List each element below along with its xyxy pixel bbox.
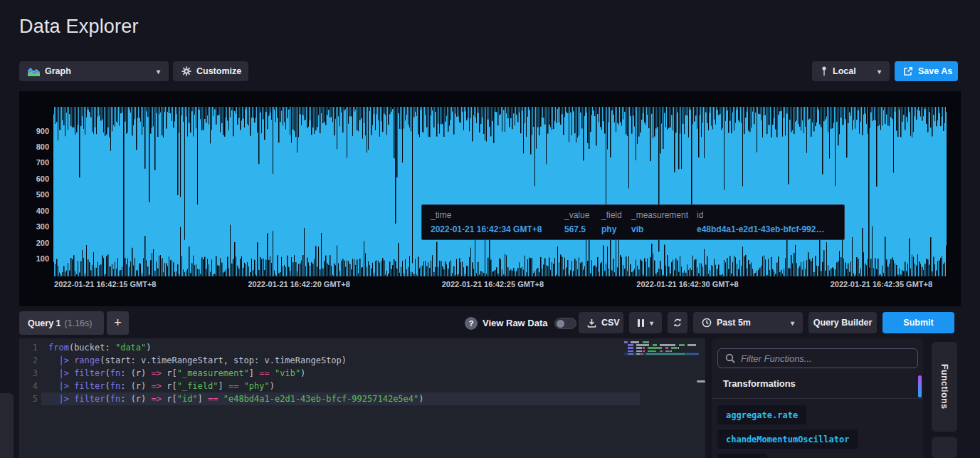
view-raw-data-toggle[interactable] bbox=[554, 318, 576, 329]
view-type-dropdown[interactable]: Graph ▾ bbox=[19, 61, 169, 81]
csv-label: CSV bbox=[601, 318, 620, 328]
tab-collapsed-secondary[interactable] bbox=[932, 437, 957, 458]
clock-icon bbox=[702, 318, 712, 328]
hover-tooltip: _time_value_field_measurementid2022-01-2… bbox=[421, 204, 845, 240]
tooltip-column-label: _measurement bbox=[631, 210, 688, 220]
tab-functions[interactable]: Functions bbox=[932, 342, 957, 432]
flux-editor[interactable]: 12345 from(bucket: "data") |> range(star… bbox=[19, 338, 705, 458]
tooltip-column-value: 2022-01-21 16:42:34 GMT+8 bbox=[431, 224, 556, 234]
x-tick-label: 2022-01-21 16:42:20 GMT+8 bbox=[248, 280, 349, 288]
chart-panel: 900800700600500400300200100 2022-01-21 1… bbox=[19, 91, 961, 306]
help-icon[interactable]: ? bbox=[465, 317, 478, 330]
minimap-code-row bbox=[624, 350, 672, 353]
graph-type-icon bbox=[28, 67, 40, 76]
y-tick-label: 100 bbox=[21, 254, 49, 263]
x-tick-label: 2022-01-21 16:42:30 GMT+8 bbox=[636, 280, 738, 288]
filter-functions-searchbox[interactable] bbox=[717, 348, 918, 368]
download-icon bbox=[587, 318, 596, 328]
chevron-down-icon: ▾ bbox=[650, 319, 653, 327]
submit-label: Submit bbox=[903, 318, 933, 328]
query-tab[interactable]: Query 1 (1.16s) bbox=[19, 311, 104, 335]
y-tick-label: 600 bbox=[21, 175, 49, 183]
tooltip-column-value: phy bbox=[601, 224, 623, 234]
data-explorer-screen: Data Explorer Graph ▾ bbox=[0, 0, 980, 458]
time-range-label: Past 5m bbox=[717, 318, 751, 328]
function-pill-partial[interactable] bbox=[717, 454, 767, 458]
code-line[interactable]: from(bucket: "data") bbox=[48, 341, 152, 354]
page-title: Data Explorer bbox=[19, 16, 139, 38]
toggle-knob bbox=[557, 320, 564, 328]
chevron-down-icon: ▾ bbox=[791, 319, 794, 327]
line-number: 1 bbox=[19, 341, 38, 354]
chevron-down-icon: ▾ bbox=[157, 68, 160, 76]
minimap-code-row bbox=[624, 341, 649, 343]
refresh-button[interactable] bbox=[668, 312, 687, 333]
search-input[interactable] bbox=[741, 353, 910, 364]
y-tick-label: 800 bbox=[21, 142, 49, 151]
tab-functions-label: Functions bbox=[939, 364, 949, 409]
tooltip-column-label: id bbox=[697, 210, 836, 220]
tooltip-column-value: vib bbox=[631, 224, 688, 234]
line-number: 4 bbox=[19, 380, 38, 392]
y-tick-label: 900 bbox=[21, 127, 49, 135]
panel-resize-handle[interactable] bbox=[697, 380, 705, 382]
function-pill-chandeMomentumOscillator[interactable]: chandeMomentumOscillator bbox=[717, 430, 858, 449]
line-number: 5 bbox=[19, 392, 38, 405]
pause-refresh-button[interactable]: ▾ bbox=[629, 312, 662, 333]
x-tick-label: 2022-01-21 16:42:35 GMT+8 bbox=[831, 280, 932, 288]
gear-icon bbox=[181, 66, 191, 76]
customize-label: Customize bbox=[196, 66, 241, 76]
query-builder-label: Query Builder bbox=[813, 318, 873, 328]
customize-button[interactable]: Customize bbox=[173, 61, 248, 81]
y-tick-label: 500 bbox=[21, 190, 49, 199]
local-label: Local bbox=[833, 66, 856, 76]
time-series-plot[interactable] bbox=[53, 107, 947, 276]
tooltip-column-label: _value bbox=[564, 210, 593, 220]
pin-icon bbox=[821, 66, 828, 76]
time-range-dropdown[interactable]: Past 5m ▾ bbox=[693, 312, 803, 333]
minimap-code-row bbox=[624, 347, 679, 349]
view-raw-data-label: View Raw Data bbox=[483, 311, 548, 335]
tooltip-column-label: _time bbox=[431, 210, 556, 220]
search-icon bbox=[725, 353, 735, 363]
y-tick-label: 700 bbox=[21, 158, 49, 167]
save-as-button[interactable]: Save As bbox=[895, 61, 958, 81]
left-edge-panel bbox=[0, 393, 14, 458]
save-as-label: Save As bbox=[918, 66, 952, 76]
minimap-code-row bbox=[624, 353, 699, 355]
export-icon bbox=[903, 66, 913, 76]
minimap-code-row bbox=[624, 344, 696, 346]
line-number: 2 bbox=[19, 354, 38, 367]
code-line[interactable]: |> filter(fn: (r) => r["_measurement"] =… bbox=[48, 367, 305, 380]
code-line[interactable]: |> filter(fn: (r) => r["_field"] == "phy… bbox=[48, 380, 275, 392]
pause-icon bbox=[638, 319, 644, 327]
local-dropdown[interactable]: Local ▾ bbox=[812, 61, 890, 81]
code-line[interactable]: |> filter(fn: (r) => r["id"] == "e48bd4a… bbox=[48, 392, 424, 405]
add-query-button[interactable]: + bbox=[107, 311, 129, 335]
x-tick-label: 2022-01-21 16:42:15 GMT+8 bbox=[54, 280, 156, 288]
tooltip-column-value: e48bd4a1-e2d1-43eb-bfcf-992… bbox=[697, 224, 836, 234]
query-duration: (1.16s) bbox=[65, 318, 93, 328]
query-builder-button[interactable]: Query Builder bbox=[808, 312, 877, 333]
code-line[interactable]: |> range(start: v.timeRangeStart, stop: … bbox=[48, 354, 347, 367]
line-number: 3 bbox=[19, 367, 38, 380]
function-pill-aggregate.rate[interactable]: aggregate.rate bbox=[717, 405, 806, 425]
y-tick-label: 200 bbox=[21, 239, 49, 247]
view-type-label: Graph bbox=[45, 66, 71, 76]
csv-download-button[interactable]: CSV bbox=[579, 312, 623, 333]
y-tick-label: 400 bbox=[21, 207, 49, 215]
y-tick-label: 300 bbox=[21, 222, 49, 231]
tooltip-column-label: _field bbox=[601, 210, 623, 220]
section-divider bbox=[712, 398, 923, 399]
refresh-icon bbox=[673, 318, 683, 328]
functions-scrollbar[interactable] bbox=[918, 375, 922, 397]
query-tab-label: Query 1 bbox=[28, 318, 61, 328]
submit-button[interactable]: Submit bbox=[882, 312, 954, 333]
functions-panel: Transformations aggregate.ratechandeMome… bbox=[712, 338, 923, 458]
editor-minimap[interactable] bbox=[624, 341, 700, 360]
chevron-down-icon: ▾ bbox=[878, 68, 881, 76]
x-tick-label: 2022-01-21 16:42:25 GMT+8 bbox=[442, 280, 544, 288]
transformations-section-title: Transformations bbox=[723, 378, 796, 389]
tooltip-column-value: 567.5 bbox=[564, 224, 593, 234]
